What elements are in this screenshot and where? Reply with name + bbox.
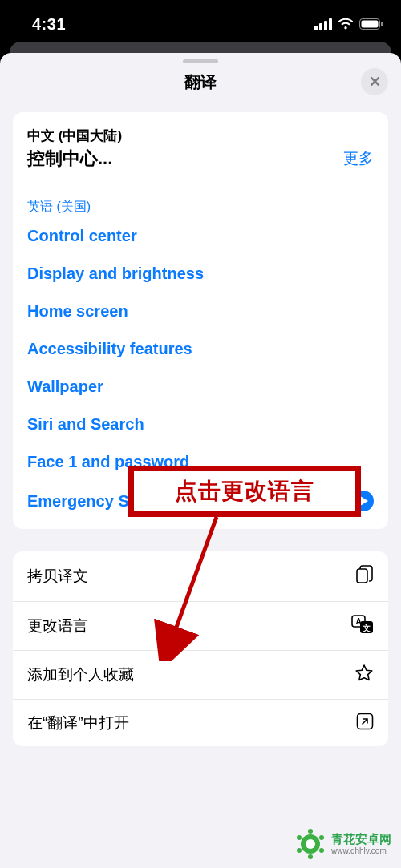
translate-sheet: 翻译 ✕ 中文 (中国大陆) 控制中心... 更多 英语 (美国) Contro…: [0, 53, 401, 868]
svg-point-12: [308, 829, 313, 834]
annotation-callout: 点击更改语言: [128, 466, 361, 517]
watermark-name: 青花安卓网: [331, 833, 391, 846]
svg-rect-2: [381, 22, 383, 26]
status-time: 4:31: [32, 15, 66, 34]
copy-translation-action[interactable]: 拷贝译文: [13, 551, 388, 601]
open-external-icon: [356, 713, 374, 733]
svg-point-14: [319, 848, 324, 853]
action-label: 更改语言: [27, 616, 88, 636]
action-label: 拷贝译文: [27, 566, 88, 587]
svg-text:文: 文: [362, 624, 371, 632]
svg-point-17: [297, 835, 302, 840]
action-list: 拷贝译文 更改语言 A文 添加到个人收藏 在“翻译”中打开: [13, 551, 388, 746]
action-label: 在“翻译”中打开: [27, 713, 129, 733]
svg-point-13: [319, 835, 324, 840]
translation-item[interactable]: Home screen: [27, 302, 374, 321]
translation-item[interactable]: Display and brightness: [27, 264, 374, 283]
close-button[interactable]: ✕: [361, 68, 388, 95]
cellular-signal-icon: [314, 18, 332, 30]
svg-point-11: [306, 839, 315, 849]
translate-icon: A文: [351, 615, 374, 637]
source-text: 控制中心...: [27, 147, 112, 171]
watermark-logo-icon: [294, 828, 326, 860]
status-indicators: [314, 18, 383, 30]
translation-item[interactable]: Siri and Search: [27, 415, 374, 434]
copy-icon: [354, 564, 374, 588]
play-icon: [360, 496, 368, 506]
target-language-label: 英语 (美国): [27, 199, 374, 216]
more-button[interactable]: 更多: [343, 148, 374, 169]
translation-item[interactable]: Control center: [27, 227, 374, 245]
battery-icon: [359, 18, 383, 30]
sheet-title: 翻译: [0, 71, 401, 93]
wifi-icon: [338, 18, 354, 30]
status-bar: 4:31: [0, 0, 401, 42]
translation-item[interactable]: Wallpaper: [27, 377, 374, 396]
svg-rect-3: [357, 569, 367, 583]
divider: [27, 184, 374, 184]
source-language-label: 中文 (中国大陆): [27, 127, 374, 145]
svg-point-16: [297, 848, 302, 853]
translation-item[interactable]: Accessibility features: [27, 340, 374, 358]
open-in-translate-action[interactable]: 在“翻译”中打开: [13, 699, 388, 746]
sheet-header: 翻译 ✕: [0, 63, 401, 104]
star-icon: [354, 664, 374, 686]
svg-rect-1: [362, 21, 379, 28]
change-language-action[interactable]: 更改语言 A文: [13, 601, 388, 650]
action-label: 添加到个人收藏: [27, 664, 134, 685]
watermark-url: www.qhhlv.com: [331, 846, 391, 855]
svg-point-15: [308, 854, 313, 859]
close-icon: ✕: [369, 73, 381, 91]
add-favorite-action[interactable]: 添加到个人收藏: [13, 650, 388, 699]
watermark: 青花安卓网 www.qhhlv.com: [290, 825, 396, 863]
